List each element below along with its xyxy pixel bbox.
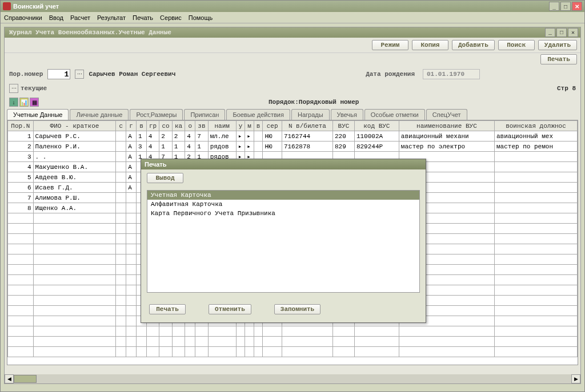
table-cell[interactable] <box>126 254 137 265</box>
menu-directories[interactable]: Справочники <box>4 14 42 21</box>
journal-minimize-button[interactable]: _ <box>545 28 555 37</box>
close-button[interactable]: ✕ <box>572 2 582 11</box>
table-cell[interactable] <box>116 285 126 296</box>
table-cell[interactable] <box>494 244 577 254</box>
table-cell[interactable]: авиационный мех <box>494 131 577 142</box>
table-cell[interactable]: 7 <box>195 131 209 142</box>
table-cell[interactable] <box>333 337 355 347</box>
table-cell[interactable] <box>33 234 116 244</box>
table-cell[interactable] <box>494 265 577 275</box>
table-cell[interactable] <box>494 152 577 162</box>
column-header[interactable]: ВУС <box>333 121 355 131</box>
por-lookup-button[interactable]: ⋯ <box>75 70 84 79</box>
table-cell[interactable] <box>33 224 116 234</box>
table-cell[interactable] <box>494 296 577 306</box>
table-cell[interactable] <box>116 193 126 203</box>
table-cell[interactable] <box>263 326 282 337</box>
table-cell[interactable] <box>116 244 126 254</box>
table-cell[interactable] <box>137 347 147 357</box>
table-cell[interactable]: 2 <box>8 142 34 152</box>
table-cell[interactable] <box>172 326 185 337</box>
table-cell[interactable]: 2 <box>172 131 185 142</box>
column-header[interactable]: зв <box>195 121 209 131</box>
table-cell[interactable]: 6 <box>8 183 34 193</box>
table-cell[interactable]: мастер по электро <box>399 142 494 152</box>
table-row[interactable]: 2Паленко Р.И.А341141рядов▸▸НЮ71628788298… <box>8 142 578 152</box>
table-cell[interactable] <box>126 316 137 326</box>
table-cell[interactable] <box>245 337 254 347</box>
table-cell[interactable]: НЮ <box>263 142 282 152</box>
table-cell[interactable] <box>33 326 116 337</box>
chart-icon[interactable]: 📊 <box>19 98 29 107</box>
copy-button[interactable]: Копия <box>412 40 448 50</box>
table-cell[interactable] <box>236 337 245 347</box>
table-cell[interactable] <box>33 285 116 296</box>
table-cell[interactable] <box>8 326 34 337</box>
table-cell[interactable] <box>494 162 577 172</box>
table-cell[interactable] <box>116 296 126 306</box>
column-header[interactable]: г <box>126 121 137 131</box>
table-cell[interactable] <box>8 306 34 316</box>
table-cell[interactable]: 110002А <box>354 131 399 142</box>
table-cell[interactable] <box>159 347 173 357</box>
table-cell[interactable] <box>126 347 137 357</box>
table-cell[interactable] <box>399 326 494 337</box>
delete-button[interactable]: Удалить <box>538 40 577 50</box>
table-cell[interactable]: 5 <box>8 172 34 183</box>
table-cell[interactable]: 4 <box>185 131 195 142</box>
table-cell[interactable] <box>494 224 577 234</box>
scroll-thumb[interactable] <box>14 375 37 383</box>
table-cell[interactable] <box>195 347 209 357</box>
table-cell[interactable] <box>282 337 332 347</box>
tab-assigned[interactable]: Приписан <box>184 109 225 120</box>
table-cell[interactable] <box>494 285 577 296</box>
table-cell[interactable] <box>494 347 577 357</box>
table-cell[interactable] <box>494 254 577 265</box>
table-cell[interactable] <box>159 326 173 337</box>
table-cell[interactable]: ▸ <box>236 131 245 142</box>
tab-sizes[interactable]: Рост,Размеры <box>130 109 183 120</box>
table-cell[interactable]: 1 <box>8 131 34 142</box>
table-cell[interactable]: . . <box>33 152 116 162</box>
tab-awards[interactable]: Награды <box>291 109 330 120</box>
table-cell[interactable] <box>137 337 147 347</box>
table-cell[interactable] <box>195 326 209 337</box>
table-cell[interactable] <box>126 275 137 285</box>
table-cell[interactable] <box>208 326 236 337</box>
current-lookup-button[interactable]: ⋯ <box>9 84 18 93</box>
table-cell[interactable]: 3 <box>137 142 147 152</box>
table-cell[interactable]: 7 <box>8 193 34 203</box>
column-header[interactable]: код ВУС <box>354 121 399 131</box>
table-cell[interactable] <box>494 337 577 347</box>
table-cell[interactable] <box>8 316 34 326</box>
table-cell[interactable] <box>185 337 195 347</box>
table-cell[interactable] <box>126 326 137 337</box>
table-cell[interactable]: А <box>126 162 137 172</box>
table-cell[interactable]: А <box>126 172 137 183</box>
table-cell[interactable]: Сарычев Р.С. <box>33 131 116 142</box>
output-button[interactable]: Вывод <box>147 173 183 183</box>
table-cell[interactable] <box>33 254 116 265</box>
list-item[interactable]: Алфавитная Карточка <box>147 200 419 209</box>
minimize-button[interactable]: _ <box>549 2 559 11</box>
column-header[interactable]: Пор.N <box>8 121 34 131</box>
table-cell[interactable] <box>116 337 126 347</box>
table-cell[interactable]: ▸ <box>236 142 245 152</box>
table-cell[interactable] <box>116 275 126 285</box>
table-cell[interactable]: 8 <box>8 203 34 213</box>
table-cell[interactable] <box>116 347 126 357</box>
table-row[interactable] <box>8 326 578 337</box>
calc-icon[interactable]: ▦ <box>30 98 39 107</box>
table-cell[interactable] <box>494 213 577 224</box>
table-cell[interactable] <box>116 213 126 224</box>
table-cell[interactable] <box>8 285 34 296</box>
table-cell[interactable]: 3 <box>8 152 34 162</box>
column-header[interactable]: гр <box>146 121 159 131</box>
scroll-left-button[interactable]: ◀ <box>5 374 14 383</box>
print-button[interactable]: Печать <box>540 54 577 64</box>
column-header[interactable]: воинская должнос <box>494 121 577 131</box>
table-cell[interactable] <box>116 152 126 162</box>
table-cell[interactable] <box>494 203 577 213</box>
table-cell[interactable] <box>245 326 254 337</box>
table-cell[interactable] <box>254 347 263 357</box>
